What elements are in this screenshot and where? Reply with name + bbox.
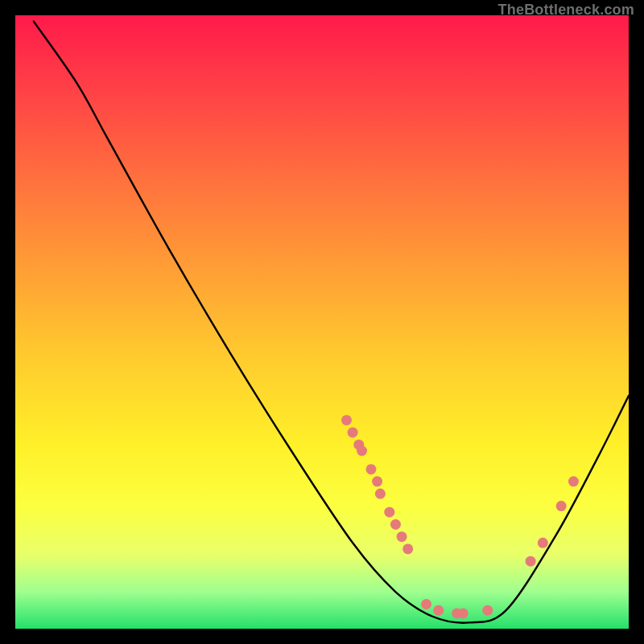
highlight-dot bbox=[397, 531, 407, 542]
highlight-dot bbox=[348, 427, 358, 438]
chart-svg bbox=[15, 15, 629, 629]
highlight-dot bbox=[568, 477, 579, 487]
bottleneck-curve-line bbox=[34, 22, 629, 623]
highlight-dot bbox=[458, 608, 469, 618]
attribution-label: TheBottleneck.com bbox=[498, 2, 634, 19]
highlight-dot bbox=[357, 446, 367, 456]
highlight-dot bbox=[341, 415, 352, 425]
highlight-dot bbox=[372, 477, 382, 487]
highlight-dot bbox=[526, 556, 536, 567]
highlight-dot bbox=[390, 519, 401, 530]
highlight-dot bbox=[556, 501, 567, 511]
highlight-dot bbox=[375, 489, 386, 499]
highlight-dot bbox=[482, 605, 493, 616]
highlight-dot bbox=[402, 543, 413, 554]
highlight-dot bbox=[384, 507, 394, 518]
highlight-dot bbox=[433, 605, 444, 616]
chart-plot-area bbox=[15, 15, 629, 629]
highlight-dot bbox=[365, 464, 376, 474]
highlight-dots-group bbox=[341, 415, 579, 618]
highlight-dot bbox=[538, 538, 548, 548]
highlight-dot bbox=[421, 599, 431, 609]
